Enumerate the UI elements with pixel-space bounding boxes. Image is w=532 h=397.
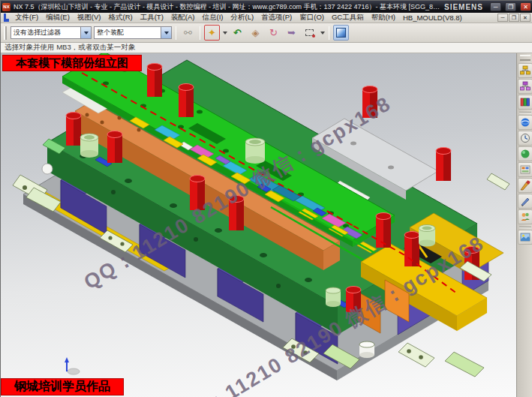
find-component-icon[interactable]: ⚯ (180, 25, 196, 41)
prompt-text: 选择对象并使用 MB3，或者双击某一对象 (5, 43, 135, 53)
menu-view[interactable]: 视图(V) (74, 13, 105, 23)
snap-point-icon[interactable]: ✦ (204, 25, 220, 41)
undo-icon[interactable]: ↶ (230, 25, 245, 41)
top-annotation-banner: 本套模下模部份组立图 (2, 55, 142, 71)
spring (346, 287, 361, 313)
type-filter-combo[interactable]: 没有选择过滤器 (11, 26, 92, 39)
rectangle-select-icon[interactable] (302, 25, 317, 41)
part-navigator-icon[interactable] (518, 95, 532, 110)
window-title: NX 7.5（深圳松山下培训 - 专业 - 产品设计 - 模具设计 - 数控编程… (14, 2, 441, 12)
constraint-navigator-icon[interactable] (518, 79, 532, 94)
type-filter-value: 没有选择过滤器 (11, 28, 63, 38)
selection-toolbar: 没有选择过滤器 整个装配 ⚯ ✦ ↶ ◈ ↻ ➥ (1, 23, 532, 43)
rectangle-select-dropdown-caret[interactable] (320, 32, 325, 35)
selection-scope-combo[interactable]: 整个装配 (94, 26, 172, 39)
wcs-triad[interactable] (65, 357, 80, 374)
resource-bar-grip[interactable] (520, 55, 530, 61)
image-icon[interactable] (518, 230, 532, 245)
toolbar-grip[interactable] (4, 26, 7, 40)
siemens-logo: SIEMENS (444, 3, 483, 11)
materials-icon[interactable] (518, 178, 532, 193)
menu-assemblies[interactable]: 装配(A) (167, 13, 199, 23)
roles-icon[interactable] (518, 162, 532, 177)
spring (66, 113, 81, 146)
snap-point-dropdown-caret[interactable] (223, 32, 227, 35)
selection-scope-value: 整个装配 (95, 28, 126, 38)
bottom-annotation-banner: 钢城培训学员作品 (1, 378, 124, 395)
child-close-button[interactable]: ✕ (520, 14, 530, 22)
sidebar-separator (519, 227, 531, 228)
selection-scope-dropdown[interactable] (161, 27, 171, 38)
menu-bar: 文件(F) 编辑(E) 视图(V) 格式(R) 工具(T) 装配(A) 信息(I… (1, 13, 532, 23)
menu-analysis[interactable]: 分析(L) (227, 13, 257, 23)
part-icon (3, 14, 10, 22)
spring (190, 176, 205, 211)
spring (107, 131, 122, 164)
sidebar-separator (519, 112, 531, 113)
child-restore-button[interactable]: ❐ (509, 14, 519, 22)
nx-app-icon: NX (2, 3, 11, 11)
assembly-navigator-icon[interactable] (518, 63, 532, 78)
prompt-bar: 选择对象并使用 MB3，或者双击某一对象 (1, 43, 532, 53)
child-minimize-button[interactable]: ─ (497, 14, 508, 22)
toolbar-separator (176, 26, 176, 40)
nx-application-window: NX NX 7.5（深圳松山下培训 - 专业 - 产品设计 - 模具设计 - 数… (0, 0, 532, 397)
menu-hb-mould[interactable]: HB_MOULD(V8.8) (399, 14, 466, 22)
orient-view-icon[interactable]: ◈ (248, 25, 263, 41)
rotate-view-icon[interactable]: ↻ (266, 25, 281, 41)
menu-gc-toolbox[interactable]: GC工具箱 (328, 13, 368, 23)
spring (362, 86, 377, 119)
spring (147, 64, 162, 98)
shaded-view-icon[interactable] (333, 25, 349, 41)
menu-information[interactable]: 信息(I) (199, 13, 227, 23)
history-icon[interactable] (518, 131, 532, 146)
minimize-button[interactable]: ─ (490, 2, 501, 11)
menu-format[interactable]: 格式(R) (104, 13, 136, 23)
menu-preferences[interactable]: 首选项(P) (257, 13, 296, 23)
people-icon[interactable] (518, 209, 532, 224)
title-bar: NX NX 7.5（深圳松山下培训 - 专业 - 产品设计 - 模具设计 - 数… (1, 1, 532, 13)
main-area: QQ：11210 82190 微信：gcpx168 QQ：11210 82190… (1, 53, 532, 397)
menu-edit[interactable]: 编辑(E) (42, 13, 74, 23)
pan-view-icon[interactable]: ➥ (284, 25, 299, 41)
toolbar-separator (200, 26, 200, 40)
spring (179, 84, 194, 118)
menu-window[interactable]: 窗口(O) (296, 13, 328, 23)
resource-bar (516, 53, 532, 397)
close-button[interactable]: ✕ (520, 2, 531, 11)
toolbar-separator (329, 26, 329, 40)
menu-help[interactable]: 帮助(H) (368, 13, 399, 23)
type-filter-dropdown[interactable] (80, 27, 91, 38)
menu-tools[interactable]: 工具(T) (137, 13, 167, 23)
spring (229, 196, 244, 231)
graphics-viewport[interactable]: QQ：11210 82190 微信：gcpx168 QQ：11210 82190… (1, 53, 516, 397)
cad-scene[interactable] (1, 53, 516, 397)
spring (436, 148, 451, 182)
maximize-button[interactable]: ❐ (505, 2, 516, 11)
internet-icon[interactable] (518, 115, 532, 130)
touch-icon[interactable] (518, 194, 532, 209)
menu-file[interactable]: 文件(F) (11, 13, 42, 23)
system-scenes-icon[interactable] (518, 146, 532, 161)
